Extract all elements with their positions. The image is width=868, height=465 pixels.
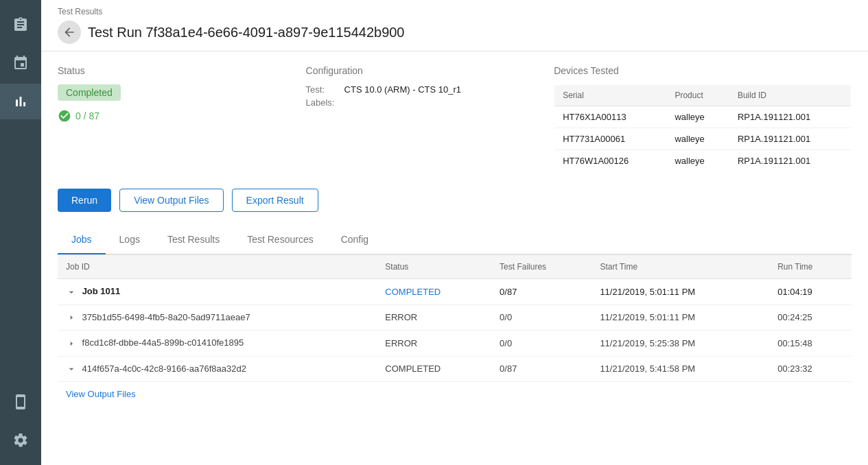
- device-serial: HT76X1A00113: [554, 106, 667, 128]
- pass-count: 0 / 87: [58, 109, 306, 123]
- job-status: COMPLETED: [377, 356, 491, 382]
- device-product: walleye: [666, 128, 729, 150]
- device-build: RP1A.191121.001: [729, 128, 852, 150]
- job-start-time: 11/21/2019, 5:25:38 PM: [591, 331, 769, 357]
- sidebar: [0, 0, 41, 465]
- tab-test-results[interactable]: Test Results: [154, 226, 233, 254]
- devices-label: Devices Tested: [554, 65, 852, 76]
- export-result-button[interactable]: Export Result: [232, 189, 318, 212]
- check-circle-icon: [58, 109, 71, 123]
- sidebar-item-schedule[interactable]: [0, 45, 41, 81]
- job-id: Job 1011: [58, 279, 377, 305]
- tabs: Jobs Logs Test Results Test Resources Co…: [58, 226, 852, 254]
- device-serial: HT7731A00061: [554, 128, 667, 150]
- actions-bar: Rerun View Output Files Export Result: [58, 189, 852, 212]
- jobs-col-runtime: Run Time: [769, 255, 852, 279]
- device-product: walleye: [666, 106, 729, 128]
- job-start-time: 11/21/2019, 5:41:58 PM: [591, 356, 769, 382]
- calendar-icon: [12, 55, 29, 71]
- table-row: 375b1d55-6498-4fb5-8a20-5ad9711aeae7 ERR…: [58, 305, 852, 331]
- table-row: f8cd1c8f-dbbe-44a5-899b-c01410fe1895 ERR…: [58, 331, 852, 357]
- view-output-button[interactable]: View Output Files: [119, 189, 223, 212]
- rerun-button[interactable]: Rerun: [58, 189, 111, 212]
- content-area: Status Completed 0 / 87 Configuration Te…: [41, 51, 868, 465]
- devices-col-serial: Serial: [554, 85, 667, 106]
- job-id: 414f657a-4c0c-42c8-9166-aa76f8aa32d2: [58, 356, 377, 382]
- info-section: Status Completed 0 / 87 Configuration Te…: [58, 65, 852, 172]
- config-grid: Test: CTS 10.0 (ARM) - CTS 10_r1 Labels:: [306, 84, 554, 108]
- device-product: walleye: [666, 150, 729, 172]
- table-row: 414f657a-4c0c-42c8-9166-aa76f8aa32d2 COM…: [58, 356, 852, 382]
- jobs-table: Job ID Status Test Failures Start Time R…: [58, 254, 852, 382]
- job-start-time: 11/21/2019, 5:01:11 PM: [591, 305, 769, 331]
- device-serial: HT76W1A00126: [554, 150, 667, 172]
- config-col: Configuration Test: CTS 10.0 (ARM) - CTS…: [306, 65, 554, 172]
- view-output-files-link[interactable]: View Output Files: [58, 382, 144, 406]
- job-id: 375b1d55-6498-4fb5-8a20-5ad9711aeae7: [58, 305, 377, 331]
- back-button[interactable]: [58, 21, 81, 44]
- devices-col-product: Product: [666, 85, 729, 106]
- job-test-failures: 0/0: [491, 331, 591, 357]
- phone-icon: [12, 394, 29, 410]
- tab-test-resources[interactable]: Test Resources: [233, 226, 327, 254]
- chevron-down-icon: [66, 363, 77, 374]
- job-test-failures: 0/87: [491, 356, 591, 382]
- config-test-row: Test: CTS 10.0 (ARM) - CTS 10_r1: [306, 84, 554, 95]
- jobs-col-status: Status: [377, 255, 491, 279]
- tab-jobs[interactable]: Jobs: [58, 226, 106, 254]
- table-row: HT76W1A00126 walleye RP1A.191121.001: [554, 150, 852, 172]
- job-test-failures: 0/87: [491, 279, 591, 305]
- chevron-right-icon: [66, 312, 77, 323]
- back-arrow-icon: [62, 25, 76, 39]
- job-test-failures: 0/0: [491, 305, 591, 331]
- status-col: Status Completed 0 / 87: [58, 65, 306, 172]
- job-id: f8cd1c8f-dbbe-44a5-899b-c01410fe1895: [58, 331, 377, 357]
- sidebar-item-settings[interactable]: [0, 422, 41, 458]
- jobs-col-id: Job ID: [58, 255, 377, 279]
- clipboard-icon: [12, 16, 29, 33]
- table-row: HT76X1A00113 walleye RP1A.191121.001: [554, 106, 852, 128]
- status-badge: Completed: [58, 84, 121, 101]
- job-status: ERROR: [377, 331, 491, 357]
- job-start-time: 11/21/2019, 5:01:11 PM: [591, 279, 769, 305]
- jobs-col-failures: Test Failures: [491, 255, 591, 279]
- config-labels-row: Labels:: [306, 97, 554, 108]
- chevron-right-icon: [66, 338, 77, 349]
- sidebar-item-devices[interactable]: [0, 384, 41, 420]
- job-run-time: 00:23:32: [769, 356, 852, 382]
- devices-col: Devices Tested Serial Product Build ID H…: [554, 65, 852, 172]
- sidebar-item-test-plans[interactable]: [0, 7, 41, 43]
- devices-col-build: Build ID: [729, 85, 852, 106]
- job-status: COMPLETED: [377, 279, 491, 305]
- status-label: Status: [58, 65, 306, 76]
- tab-config[interactable]: Config: [327, 226, 382, 254]
- config-label: Configuration: [306, 65, 554, 76]
- chart-icon: [12, 93, 29, 110]
- config-test-value: CTS 10.0 (ARM) - CTS 10_r1: [344, 84, 462, 95]
- jobs-col-start: Start Time: [591, 255, 769, 279]
- job-run-time: 00:24:25: [769, 305, 852, 331]
- device-build: RP1A.191121.001: [729, 150, 852, 172]
- chevron-down-icon: [66, 287, 77, 298]
- pass-count-value: 0 / 87: [75, 110, 99, 121]
- config-labels-key: Labels:: [306, 97, 339, 108]
- main-content: Test Results Test Run 7f38a1e4-6e66-4091…: [41, 0, 868, 465]
- config-test-key: Test:: [306, 84, 339, 95]
- table-row: HT7731A00061 walleye RP1A.191121.001: [554, 128, 852, 150]
- device-build: RP1A.191121.001: [729, 106, 852, 128]
- tab-logs[interactable]: Logs: [106, 226, 154, 254]
- table-row: Job 1011 COMPLETED 0/87 11/21/2019, 5:01…: [58, 279, 852, 305]
- job-run-time: 00:15:48: [769, 331, 852, 357]
- job-status: ERROR: [377, 305, 491, 331]
- settings-icon: [12, 432, 29, 449]
- devices-table: Serial Product Build ID HT76X1A00113 wal…: [554, 84, 852, 172]
- page-title: Test Run 7f38a1e4-6e66-4091-a897-9e11544…: [88, 25, 405, 40]
- sidebar-item-results[interactable]: [0, 84, 41, 119]
- breadcrumb: Test Results: [58, 7, 852, 16]
- job-run-time: 01:04:19: [769, 279, 852, 305]
- header: Test Results Test Run 7f38a1e4-6e66-4091…: [41, 0, 868, 51]
